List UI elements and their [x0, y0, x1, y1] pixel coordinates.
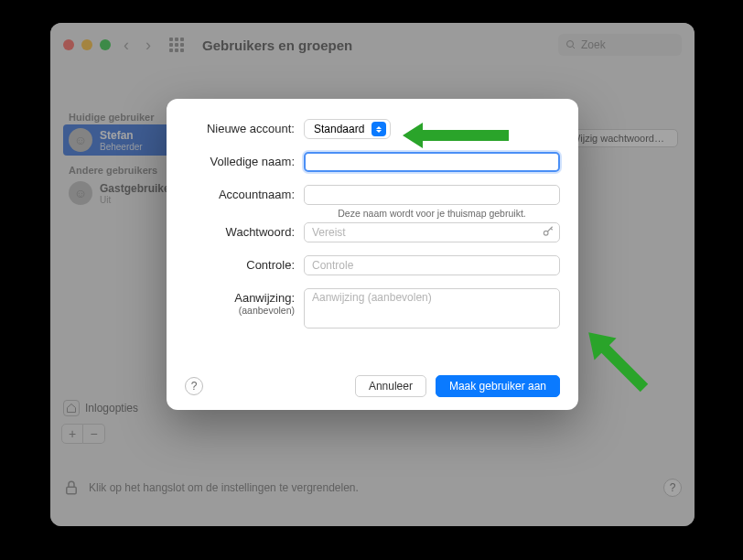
help-button[interactable]: ?	[663, 479, 682, 497]
account-name-input[interactable]	[304, 185, 560, 205]
create-user-button[interactable]: Maak gebruiker aan	[436, 375, 560, 397]
user-name: Stefan	[100, 129, 143, 142]
chevron-up-down-icon	[372, 122, 386, 136]
titlebar: ‹ › Gebruikers en groepen Zoek	[50, 23, 695, 67]
label-hint: Aanwijzing: (aanbevolen)	[185, 288, 304, 316]
show-all-prefs-icon[interactable]	[169, 38, 184, 52]
annotation-arrow	[403, 117, 512, 154]
label-verify: Controle:	[185, 255, 304, 272]
minimize-window-icon[interactable]	[81, 39, 92, 50]
svg-line-1	[573, 47, 576, 49]
cancel-button[interactable]: Annuleer	[355, 375, 426, 397]
key-icon[interactable]	[542, 225, 555, 238]
add-remove-user: + −	[61, 424, 105, 444]
avatar-icon: ☺	[69, 181, 92, 205]
full-name-input[interactable]	[304, 152, 560, 172]
close-window-icon[interactable]	[63, 39, 74, 50]
lock-text: Klik op het hangslot om de instellingen …	[89, 481, 359, 494]
sheet-help-button[interactable]: ?	[185, 377, 203, 395]
search-field[interactable]: Zoek	[558, 34, 682, 56]
zoom-window-icon[interactable]	[100, 39, 111, 50]
remove-user-button[interactable]: −	[83, 424, 105, 444]
login-options-label: Inlogopties	[85, 402, 138, 415]
annotation-arrow	[576, 320, 659, 403]
user-role: Uit	[100, 195, 174, 205]
user-name: Gastgebruiker	[100, 182, 174, 195]
nav-forward-icon[interactable]: ›	[142, 36, 155, 55]
search-placeholder: Zoek	[581, 38, 606, 51]
label-account-name: Accountnaam:	[185, 185, 304, 201]
traffic-lights	[63, 39, 111, 50]
user-role: Beheerder	[100, 142, 143, 152]
new-user-sheet: Nieuwe account: Standaard Volledige naam…	[167, 99, 578, 410]
account-name-hint: Deze naam wordt voor je thuismap gebruik…	[304, 208, 560, 219]
account-type-value: Standaard	[314, 123, 364, 135]
svg-marker-4	[403, 123, 509, 148]
svg-rect-2	[67, 487, 77, 494]
lock-icon	[63, 479, 80, 497]
svg-point-0	[567, 41, 574, 48]
svg-marker-5	[577, 321, 655, 399]
verify-password-input[interactable]	[304, 255, 560, 275]
label-password: Wachtwoord:	[185, 222, 304, 239]
window-title: Gebruikers en groepen	[202, 38, 352, 53]
avatar-icon: ☺	[69, 128, 92, 152]
login-options-row[interactable]: Inlogopties	[63, 400, 138, 416]
password-hint-input[interactable]	[304, 288, 560, 328]
nav-back-icon[interactable]: ‹	[120, 36, 133, 55]
account-type-select[interactable]: Standaard	[304, 119, 391, 139]
house-icon	[63, 400, 80, 416]
lock-row[interactable]: Klik op het hangslot om de instellingen …	[63, 479, 359, 497]
label-full-name: Volledige naam:	[185, 152, 304, 168]
svg-point-3	[544, 231, 548, 235]
add-user-button[interactable]: +	[61, 424, 83, 444]
password-input[interactable]	[304, 222, 560, 242]
label-new-account: Nieuwe account:	[185, 119, 304, 135]
search-icon	[565, 39, 576, 50]
